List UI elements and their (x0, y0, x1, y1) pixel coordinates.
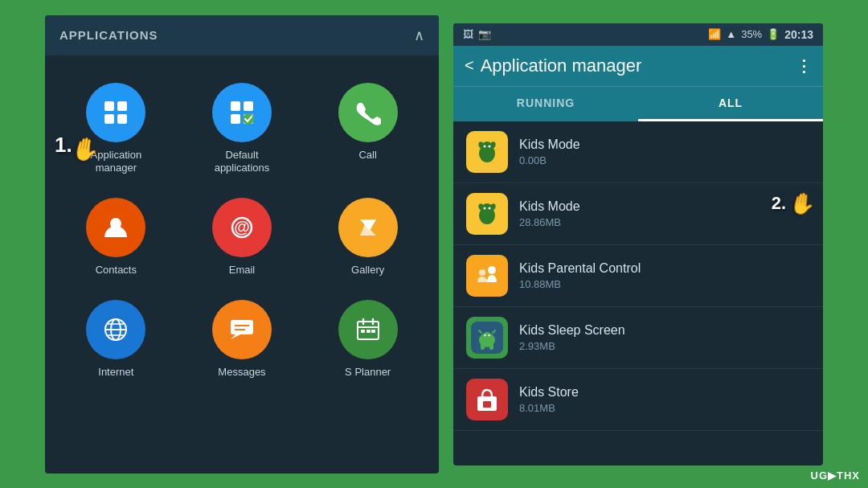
svg-rect-38 (471, 260, 503, 292)
tab-running[interactable]: RUNNING (453, 87, 638, 121)
camera-icon: 📷 (478, 28, 491, 40)
kids-parental-item[interactable]: Kids Parental Control 10.88MB (453, 245, 823, 307)
svg-rect-5 (244, 101, 253, 111)
gallery-label: Gallery (351, 264, 384, 277)
left-phone-panel: APPLICATIONS ∧ 1. 🤚 Applicationmanager (45, 15, 439, 474)
applications-header: APPLICATIONS ∧ (45, 15, 439, 55)
watermark: UG▶THX (811, 470, 861, 482)
more-options-button[interactable]: ⋮ (796, 56, 812, 76)
kids-store-item[interactable]: Kids Store 8.01MB (453, 369, 823, 431)
kids-mode-1-info: Kids Mode 0.00B (519, 137, 810, 166)
signal-icon: ▲ (726, 28, 736, 40)
svg-point-36 (484, 207, 486, 209)
kids-mode-1-size: 0.00B (519, 154, 810, 166)
collapse-icon[interactable]: ∧ (414, 27, 424, 44)
applications-title: APPLICATIONS (59, 28, 158, 42)
step2-annotation: 2. 🤚 (772, 191, 815, 216)
time-display: 20:13 (784, 28, 813, 41)
right-phone-panel: 🖼 📷 📶 ▲ 35% 🔋 20:13 < Application manage… (453, 23, 823, 465)
kids-parental-icon (466, 255, 508, 297)
kids-parental-size: 10.88MB (519, 278, 810, 290)
svg-text:@: @ (234, 218, 250, 236)
app-manager-title: Application manager (481, 55, 642, 76)
battery-percent: 35% (741, 28, 762, 40)
kids-sleep-size: 2.93MB (519, 340, 810, 352)
kids-mode-2-size: 28.86MB (519, 216, 810, 228)
svg-rect-52 (483, 401, 491, 408)
svg-rect-25 (361, 330, 365, 333)
kids-sleep-icon (466, 317, 508, 359)
kids-mode-2-icon (466, 193, 508, 235)
app-manager-item[interactable]: 1. 🤚 Applicationmanager (53, 72, 179, 187)
svg-rect-17 (231, 320, 253, 334)
s-planner-icon (338, 300, 398, 359)
email-icon: @ (212, 198, 272, 257)
s-planner-item[interactable]: S Planner (305, 289, 431, 391)
kids-mode-1-item[interactable]: Kids Mode 0.00B (453, 121, 823, 183)
svg-rect-48 (481, 343, 485, 350)
kids-mode-1-name: Kids Mode (519, 137, 810, 152)
kids-sleep-name: Kids Sleep Screen (519, 323, 810, 338)
kids-store-size: 8.01MB (519, 402, 810, 414)
step2-badge: 2. (772, 193, 786, 214)
svg-point-31 (484, 145, 486, 147)
default-apps-item[interactable]: Defaultapplications (179, 72, 305, 187)
contacts-item[interactable]: Contacts (53, 187, 179, 289)
messages-icon (212, 300, 272, 359)
svg-point-37 (489, 207, 491, 209)
svg-rect-3 (117, 114, 127, 124)
kids-store-icon (466, 379, 508, 420)
svg-point-40 (479, 269, 485, 276)
tabs-row: RUNNING ALL (453, 86, 823, 121)
apps-grid: 1. 🤚 Applicationmanager Defaultapplicati… (45, 55, 439, 408)
internet-icon (86, 300, 145, 359)
svg-rect-49 (489, 343, 493, 350)
kids-store-name: Kids Store (519, 385, 810, 400)
messages-label: Messages (218, 366, 265, 379)
svg-point-39 (488, 266, 496, 274)
kids-mode-1-icon (466, 131, 508, 173)
svg-rect-27 (371, 330, 375, 333)
svg-rect-0 (104, 101, 114, 111)
svg-rect-26 (366, 330, 371, 333)
svg-rect-4 (231, 101, 240, 111)
back-button[interactable]: < (465, 56, 474, 75)
app-list: Kids Mode 0.00B Kids Mode 28.86MB (453, 121, 823, 431)
app-manager-icon (86, 83, 145, 142)
messages-item[interactable]: Messages (179, 289, 305, 391)
internet-item[interactable]: Internet (53, 289, 179, 391)
contacts-label: Contacts (96, 264, 137, 277)
s-planner-label: S Planner (345, 366, 391, 379)
kids-mode-2-item[interactable]: Kids Mode 28.86MB 2. 🤚 (453, 183, 823, 245)
gallery-icon (338, 198, 398, 257)
wifi-icon: 📶 (708, 28, 721, 40)
kids-store-info: Kids Store 8.01MB (519, 385, 810, 414)
title-row: < Application manager (465, 55, 641, 76)
call-item[interactable]: Call (305, 72, 431, 187)
gallery-item[interactable]: Gallery (305, 187, 431, 289)
battery-icon: 🔋 (767, 28, 780, 40)
internet-label: Internet (98, 366, 133, 379)
status-bar: 🖼 📷 📶 ▲ 35% 🔋 20:13 (453, 23, 823, 46)
default-apps-icon (212, 83, 272, 142)
email-item[interactable]: @ Email (179, 187, 305, 289)
app-manager-header: < Application manager ⋮ (453, 46, 823, 86)
svg-marker-18 (231, 334, 240, 339)
kids-sleep-item[interactable]: Kids Sleep Screen 2.93MB (453, 307, 823, 369)
svg-rect-6 (231, 114, 240, 124)
svg-rect-1 (117, 101, 127, 111)
hand-cursor-2: 🤚 (788, 189, 817, 218)
svg-point-44 (484, 334, 485, 335)
contacts-icon (86, 198, 145, 257)
default-apps-label: Defaultapplications (215, 149, 270, 176)
picture-icon: 🖼 (463, 28, 473, 40)
tab-all[interactable]: ALL (638, 87, 823, 121)
email-label: Email (229, 264, 256, 277)
kids-mode-2-name: Kids Mode (519, 199, 810, 214)
svg-point-43 (483, 332, 491, 340)
status-icons-right: 📶 ▲ 35% 🔋 20:13 (708, 28, 813, 41)
svg-rect-2 (104, 114, 114, 124)
svg-point-32 (489, 145, 491, 147)
call-label: Call (358, 149, 376, 162)
svg-point-45 (488, 334, 489, 335)
